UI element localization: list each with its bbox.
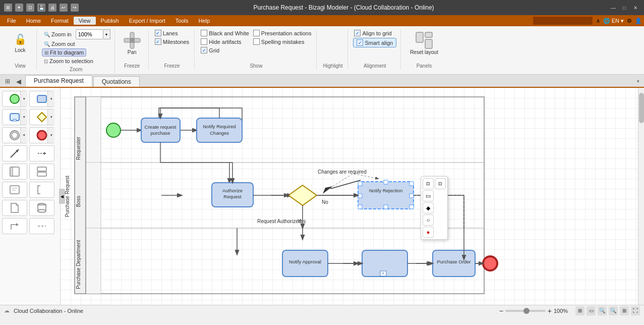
tab-scroll-right[interactable]: ▾ (634, 76, 642, 87)
menu-item-view[interactable]: View (74, 17, 96, 25)
zoom-out-status-icon[interactable]: 🔍 (609, 306, 618, 315)
align-to-grid-checkbox[interactable]: ✓ (354, 30, 361, 36)
lock-button[interactable]: 🔓 Lock (8, 29, 32, 55)
start-event-dropdown[interactable]: ▾ (20, 91, 27, 106)
task-tool[interactable]: ▾ (29, 91, 54, 107)
presentation-checkbox-row[interactable]: Presentation actions (252, 29, 313, 37)
menu-item-home[interactable]: Home (21, 17, 46, 25)
spelling-checkbox[interactable] (253, 38, 260, 45)
ctx-task-btn[interactable]: ▭ (423, 190, 434, 201)
milestones-checkbox-row[interactable]: ✓ Milestones (154, 38, 191, 45)
app-icon-1[interactable]: ⊞ (4, 4, 12, 12)
subprocess-dropdown[interactable]: ▾ (20, 110, 27, 125)
collapse-panel-button[interactable]: ◀ (59, 189, 65, 204)
vertical-scrollbar[interactable] (638, 88, 644, 305)
fit-screen-icon[interactable]: ⊞ (575, 306, 584, 315)
gateway-tool[interactable]: ▾ (29, 109, 54, 125)
sequence-flow-tool[interactable] (2, 145, 27, 161)
zoom-minus-button[interactable]: − (499, 307, 503, 315)
ctx-event-btn[interactable]: ○ (423, 214, 434, 226)
collapse-button[interactable]: ∧ (596, 18, 600, 24)
lanes-checkbox[interactable]: ✓ (155, 30, 161, 36)
svg-point-97 (483, 256, 497, 270)
message-flow-tool[interactable] (29, 145, 54, 161)
zoom-value-field[interactable] (76, 29, 103, 39)
tab-purchase-request[interactable]: Purchase Request (25, 75, 92, 87)
align-to-grid-row[interactable]: ✓ Align to grid (353, 29, 396, 37)
grid-view-icon[interactable]: ⊞ (2, 76, 13, 87)
tab-quotations[interactable]: Quotations (93, 76, 140, 87)
black-white-checkbox[interactable] (201, 30, 207, 36)
lang-selector[interactable]: 🌐 EN ▾ (603, 18, 624, 24)
data-store-tool[interactable] (29, 200, 54, 216)
hide-artifacts-checkbox[interactable] (201, 38, 207, 45)
settings-button[interactable]: ⚙ (627, 18, 632, 24)
data-object-tool[interactable] (2, 200, 27, 216)
annotation-tool[interactable] (29, 182, 54, 198)
fit-to-diagram-button[interactable]: ⊞ Fit to diagram (42, 48, 86, 57)
app-icon-4[interactable]: 💾 (37, 4, 45, 12)
menu-item-tools[interactable]: Tools (170, 17, 194, 25)
zoom-percent-input[interactable]: ▾ (76, 29, 110, 39)
maximize-button[interactable]: □ (620, 3, 629, 12)
app-icon-5[interactable]: 🖨 (48, 4, 56, 12)
menu-item-help[interactable]: Help (193, 17, 215, 25)
lanes-checkbox-row[interactable]: ✓ Lanes (154, 29, 191, 37)
menu-item-format[interactable]: Format (46, 17, 74, 25)
account-button[interactable]: 👤 (635, 18, 642, 24)
ctx-resize-tr[interactable]: ⊡ (435, 178, 446, 189)
zoom-plus-button[interactable]: + (548, 307, 552, 315)
app-icon-3[interactable]: ⊡ (26, 4, 34, 12)
app-icon-7[interactable]: ↪ (71, 4, 79, 12)
start-event-tool[interactable]: ▾ (2, 91, 27, 107)
page-view-icon[interactable]: ▭ (587, 306, 596, 315)
subprocess-tool[interactable]: + ▾ (2, 109, 27, 125)
black-white-checkbox-row[interactable]: Black and White (200, 29, 250, 37)
ctx-gateway-btn[interactable]: ◆ (423, 202, 434, 213)
hide-artifacts-checkbox-row[interactable]: Hide artifacts (200, 38, 250, 45)
search-box[interactable] (533, 16, 593, 25)
lane-tool[interactable] (29, 164, 54, 180)
presentation-checkbox[interactable] (253, 30, 260, 36)
dashed-tool[interactable] (29, 218, 54, 234)
milestones-checkbox[interactable]: ✓ (155, 38, 161, 45)
zoom-out-button[interactable]: 🔍 Zoom out (42, 40, 77, 47)
reset-layout-button[interactable]: Reset layout (406, 29, 442, 57)
spelling-checkbox-row[interactable]: Spelling mistakes (252, 38, 313, 45)
zoom-slider-track[interactable] (505, 310, 546, 312)
intermediate-dropdown[interactable]: ▾ (20, 128, 27, 143)
zoom-in-button[interactable]: 🔍 Zoom in (42, 31, 74, 38)
fullscreen-icon[interactable]: ⛶ (631, 306, 640, 315)
menu-item-publish[interactable]: Publish (96, 17, 124, 25)
ctx-resize-tl[interactable]: ⊡ (423, 178, 434, 189)
gateway-dropdown[interactable]: ▾ (47, 110, 54, 125)
scroll-thumb[interactable] (639, 93, 644, 123)
menu-item-export[interactable]: Export / Import (124, 17, 170, 25)
grid-status-icon[interactable]: ⊞ (620, 306, 629, 315)
app-icon-2[interactable]: ✦ (15, 4, 23, 12)
minimize-button[interactable]: — (609, 3, 618, 12)
close-button[interactable]: ✕ (631, 3, 640, 12)
grid-checkbox-row[interactable]: ✓ Grid (200, 46, 250, 54)
app-icon-6[interactable]: ↩ (60, 4, 68, 12)
pool-tool[interactable] (2, 164, 27, 180)
zoom-dropdown-arrow[interactable]: ▾ (103, 29, 110, 39)
pan-button[interactable]: Pan (120, 29, 144, 57)
zoom-to-selection-button[interactable]: ⊡ Zoom to selection (42, 58, 95, 65)
end-event-dropdown[interactable]: ▾ (47, 128, 54, 143)
task-dropdown[interactable]: ▾ (47, 91, 54, 106)
back-button[interactable]: ◀ (13, 76, 24, 87)
intermediate-event-tool[interactable]: ▾ (2, 127, 27, 143)
corner-flow-tool[interactable] (2, 218, 27, 234)
grid-checkbox[interactable]: ✓ (201, 47, 207, 53)
end-event-tool[interactable]: ▾ (29, 127, 54, 143)
zoom-in-status-icon[interactable]: 🔍 (598, 306, 607, 315)
canvas-area[interactable]: Requester Boss Purchase Department Purch… (61, 88, 644, 305)
smart-align-button[interactable]: ✓ Smart align (353, 38, 396, 47)
svg-text:Create request: Create request (145, 124, 177, 130)
fit-to-diagram-row: ⊞ Fit to diagram (42, 48, 110, 57)
text-tool[interactable] (2, 182, 27, 198)
ctx-end-btn[interactable]: ● (423, 227, 434, 238)
svg-rect-78 (358, 194, 362, 198)
menu-item-file[interactable]: File (2, 17, 21, 25)
